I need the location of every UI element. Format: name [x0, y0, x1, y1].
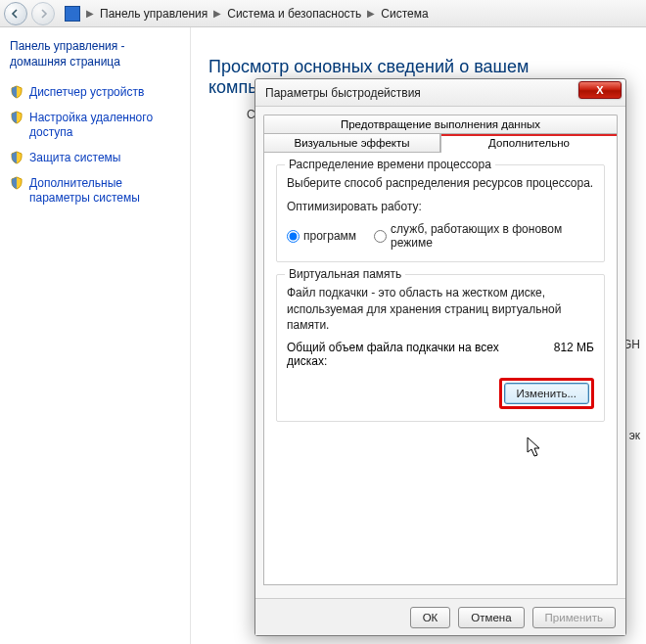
- performance-options-dialog: Параметры быстродействия X Предотвращени…: [254, 78, 626, 636]
- breadcrumb-item[interactable]: Система: [381, 7, 428, 21]
- group-legend: Виртуальная память: [285, 267, 405, 281]
- group-legend: Распределение времени процессора: [285, 158, 495, 171]
- radio-programs-label: программ: [303, 229, 356, 243]
- chevron-right-icon: ▶: [86, 8, 94, 19]
- arrow-right-icon: [38, 9, 48, 19]
- cancel-button[interactable]: Отмена: [458, 607, 524, 628]
- group-virtual-memory: Виртуальная память Файл подкачки - это о…: [276, 274, 605, 422]
- highlight-box: Изменить...: [499, 378, 594, 409]
- chevron-right-icon: ▶: [213, 8, 221, 19]
- dialog-footer: ОК Отмена Применить: [255, 598, 625, 635]
- forward-button[interactable]: [31, 2, 55, 25]
- dialog-titlebar[interactable]: Параметры быстродействия X: [255, 79, 625, 107]
- highlight-bar: [441, 134, 617, 136]
- shield-icon: [10, 111, 23, 124]
- shield-icon: [10, 176, 23, 190]
- control-panel-icon: [65, 6, 80, 22]
- tab-panel-advanced: Распределение времени процессора Выберит…: [263, 153, 618, 585]
- sidebar: Панель управления - домашняя страница Ди…: [0, 27, 191, 644]
- arrow-left-icon: [11, 9, 21, 19]
- sidebar-item-advanced-system[interactable]: Дополнительные параметры системы: [29, 176, 180, 207]
- ok-button[interactable]: ОК: [410, 607, 451, 628]
- tab-advanced-label: Дополнительно: [488, 137, 570, 149]
- pagefile-total-label: Общий объем файла подкачки на всех диска…: [287, 341, 502, 368]
- back-button[interactable]: [4, 2, 27, 25]
- group-description: Выберите способ распределения ресурсов п…: [287, 175, 594, 191]
- radio-services[interactable]: служб, работающих в фоновом режиме: [374, 222, 594, 250]
- breadcrumb: ▶ Панель управления ▶ Система и безопасн…: [59, 6, 429, 22]
- pagefile-total-value: 812 МБ: [554, 341, 594, 368]
- radio-programs[interactable]: программ: [287, 229, 356, 243]
- group-description: Файл подкачки - это область на жестком д…: [287, 285, 594, 333]
- sidebar-home-link[interactable]: Панель управления - домашняя страница: [10, 39, 180, 69]
- optimize-label: Оптимизировать работу:: [287, 199, 594, 214]
- radio-programs-input[interactable]: [287, 230, 300, 243]
- breadcrumb-item[interactable]: Система и безопасность: [227, 7, 361, 21]
- radio-services-label: служб, работающих в фоновом режиме: [391, 222, 594, 250]
- radio-services-input[interactable]: [374, 230, 387, 243]
- chevron-right-icon: ▶: [367, 8, 375, 19]
- tab-advanced[interactable]: Дополнительно: [440, 133, 618, 153]
- sidebar-item-system-protection[interactable]: Защита системы: [29, 151, 120, 166]
- group-processor-scheduling: Распределение времени процессора Выберит…: [276, 164, 605, 262]
- dialog-title: Параметры быстродействия: [265, 86, 421, 100]
- tab-dep[interactable]: Предотвращение выполнения данных: [263, 115, 618, 133]
- sidebar-item-remote-settings[interactable]: Настройка удаленного доступа: [29, 111, 180, 141]
- breadcrumb-item[interactable]: Панель управления: [100, 7, 208, 21]
- shield-icon: [10, 151, 23, 164]
- address-bar: ▶ Панель управления ▶ Система и безопасн…: [0, 0, 646, 27]
- sidebar-item-device-manager[interactable]: Диспетчер устройств: [29, 85, 144, 101]
- shield-icon: [10, 85, 23, 99]
- change-button[interactable]: Изменить...: [504, 383, 589, 404]
- apply-button[interactable]: Применить: [532, 607, 616, 628]
- tab-visual-effects[interactable]: Визуальные эффекты: [263, 133, 440, 153]
- obscured-text: эк: [629, 429, 640, 442]
- close-button[interactable]: X: [578, 81, 622, 99]
